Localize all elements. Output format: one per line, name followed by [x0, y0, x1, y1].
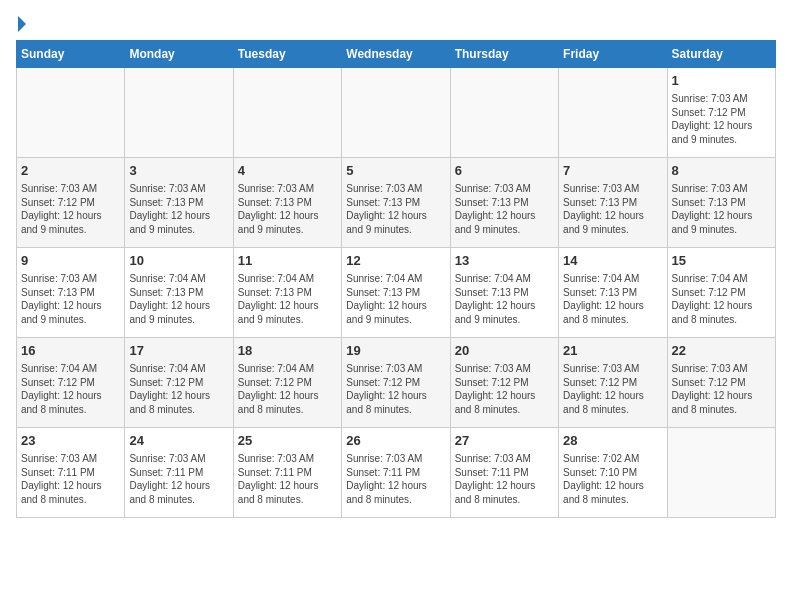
- calendar-cell: 15Sunrise: 7:04 AM Sunset: 7:12 PM Dayli…: [667, 248, 775, 338]
- day-number: 4: [238, 162, 337, 180]
- calendar-cell: 25Sunrise: 7:03 AM Sunset: 7:11 PM Dayli…: [233, 428, 341, 518]
- calendar-cell: 26Sunrise: 7:03 AM Sunset: 7:11 PM Dayli…: [342, 428, 450, 518]
- day-number: 11: [238, 252, 337, 270]
- day-number: 26: [346, 432, 445, 450]
- day-info: Sunrise: 7:03 AM Sunset: 7:12 PM Dayligh…: [346, 362, 445, 416]
- calendar-cell: 3Sunrise: 7:03 AM Sunset: 7:13 PM Daylig…: [125, 158, 233, 248]
- calendar-week-row: 2Sunrise: 7:03 AM Sunset: 7:12 PM Daylig…: [17, 158, 776, 248]
- day-info: Sunrise: 7:03 AM Sunset: 7:12 PM Dayligh…: [21, 182, 120, 236]
- calendar-cell: 20Sunrise: 7:03 AM Sunset: 7:12 PM Dayli…: [450, 338, 558, 428]
- calendar-cell: 23Sunrise: 7:03 AM Sunset: 7:11 PM Dayli…: [17, 428, 125, 518]
- day-number: 12: [346, 252, 445, 270]
- day-number: 22: [672, 342, 771, 360]
- day-number: 14: [563, 252, 662, 270]
- day-number: 3: [129, 162, 228, 180]
- day-info: Sunrise: 7:03 AM Sunset: 7:13 PM Dayligh…: [238, 182, 337, 236]
- day-number: 17: [129, 342, 228, 360]
- header-sunday: Sunday: [17, 41, 125, 68]
- calendar-cell: 27Sunrise: 7:03 AM Sunset: 7:11 PM Dayli…: [450, 428, 558, 518]
- day-info: Sunrise: 7:03 AM Sunset: 7:13 PM Dayligh…: [21, 272, 120, 326]
- header-tuesday: Tuesday: [233, 41, 341, 68]
- day-info: Sunrise: 7:03 AM Sunset: 7:13 PM Dayligh…: [346, 182, 445, 236]
- day-info: Sunrise: 7:04 AM Sunset: 7:13 PM Dayligh…: [563, 272, 662, 326]
- calendar-cell: [342, 68, 450, 158]
- day-number: 9: [21, 252, 120, 270]
- calendar-week-row: 1Sunrise: 7:03 AM Sunset: 7:12 PM Daylig…: [17, 68, 776, 158]
- calendar-cell: 11Sunrise: 7:04 AM Sunset: 7:13 PM Dayli…: [233, 248, 341, 338]
- calendar-cell: 6Sunrise: 7:03 AM Sunset: 7:13 PM Daylig…: [450, 158, 558, 248]
- day-info: Sunrise: 7:02 AM Sunset: 7:10 PM Dayligh…: [563, 452, 662, 506]
- calendar-cell: [667, 428, 775, 518]
- logo-arrow-icon: [18, 16, 26, 32]
- day-number: 1: [672, 72, 771, 90]
- day-info: Sunrise: 7:03 AM Sunset: 7:11 PM Dayligh…: [455, 452, 554, 506]
- day-info: Sunrise: 7:04 AM Sunset: 7:13 PM Dayligh…: [346, 272, 445, 326]
- calendar-week-row: 16Sunrise: 7:04 AM Sunset: 7:12 PM Dayli…: [17, 338, 776, 428]
- calendar-cell: [233, 68, 341, 158]
- calendar-cell: [559, 68, 667, 158]
- day-number: 5: [346, 162, 445, 180]
- day-info: Sunrise: 7:04 AM Sunset: 7:12 PM Dayligh…: [672, 272, 771, 326]
- calendar-cell: 19Sunrise: 7:03 AM Sunset: 7:12 PM Dayli…: [342, 338, 450, 428]
- calendar-cell: 18Sunrise: 7:04 AM Sunset: 7:12 PM Dayli…: [233, 338, 341, 428]
- calendar-cell: [450, 68, 558, 158]
- day-number: 16: [21, 342, 120, 360]
- day-info: Sunrise: 7:03 AM Sunset: 7:11 PM Dayligh…: [21, 452, 120, 506]
- day-number: 20: [455, 342, 554, 360]
- day-info: Sunrise: 7:03 AM Sunset: 7:13 PM Dayligh…: [455, 182, 554, 236]
- day-info: Sunrise: 7:03 AM Sunset: 7:11 PM Dayligh…: [129, 452, 228, 506]
- day-number: 19: [346, 342, 445, 360]
- calendar-cell: 22Sunrise: 7:03 AM Sunset: 7:12 PM Dayli…: [667, 338, 775, 428]
- calendar-cell: [17, 68, 125, 158]
- calendar-cell: 21Sunrise: 7:03 AM Sunset: 7:12 PM Dayli…: [559, 338, 667, 428]
- calendar-cell: 10Sunrise: 7:04 AM Sunset: 7:13 PM Dayli…: [125, 248, 233, 338]
- header-friday: Friday: [559, 41, 667, 68]
- day-info: Sunrise: 7:03 AM Sunset: 7:11 PM Dayligh…: [238, 452, 337, 506]
- day-info: Sunrise: 7:03 AM Sunset: 7:13 PM Dayligh…: [129, 182, 228, 236]
- calendar-cell: 1Sunrise: 7:03 AM Sunset: 7:12 PM Daylig…: [667, 68, 775, 158]
- day-number: 10: [129, 252, 228, 270]
- header-monday: Monday: [125, 41, 233, 68]
- calendar-cell: 17Sunrise: 7:04 AM Sunset: 7:12 PM Dayli…: [125, 338, 233, 428]
- day-number: 8: [672, 162, 771, 180]
- logo: [16, 16, 26, 32]
- header-thursday: Thursday: [450, 41, 558, 68]
- day-number: 2: [21, 162, 120, 180]
- calendar-cell: 9Sunrise: 7:03 AM Sunset: 7:13 PM Daylig…: [17, 248, 125, 338]
- day-info: Sunrise: 7:03 AM Sunset: 7:13 PM Dayligh…: [563, 182, 662, 236]
- day-info: Sunrise: 7:04 AM Sunset: 7:12 PM Dayligh…: [238, 362, 337, 416]
- calendar-cell: 4Sunrise: 7:03 AM Sunset: 7:13 PM Daylig…: [233, 158, 341, 248]
- day-number: 21: [563, 342, 662, 360]
- calendar-cell: 14Sunrise: 7:04 AM Sunset: 7:13 PM Dayli…: [559, 248, 667, 338]
- calendar-cell: 7Sunrise: 7:03 AM Sunset: 7:13 PM Daylig…: [559, 158, 667, 248]
- day-info: Sunrise: 7:03 AM Sunset: 7:12 PM Dayligh…: [455, 362, 554, 416]
- calendar-cell: 28Sunrise: 7:02 AM Sunset: 7:10 PM Dayli…: [559, 428, 667, 518]
- day-number: 24: [129, 432, 228, 450]
- calendar-cell: 8Sunrise: 7:03 AM Sunset: 7:13 PM Daylig…: [667, 158, 775, 248]
- day-info: Sunrise: 7:04 AM Sunset: 7:13 PM Dayligh…: [455, 272, 554, 326]
- day-number: 7: [563, 162, 662, 180]
- calendar-cell: 13Sunrise: 7:04 AM Sunset: 7:13 PM Dayli…: [450, 248, 558, 338]
- day-info: Sunrise: 7:04 AM Sunset: 7:12 PM Dayligh…: [129, 362, 228, 416]
- calendar-cell: 12Sunrise: 7:04 AM Sunset: 7:13 PM Dayli…: [342, 248, 450, 338]
- calendar-cell: 2Sunrise: 7:03 AM Sunset: 7:12 PM Daylig…: [17, 158, 125, 248]
- day-info: Sunrise: 7:03 AM Sunset: 7:13 PM Dayligh…: [672, 182, 771, 236]
- day-number: 27: [455, 432, 554, 450]
- calendar-table: SundayMondayTuesdayWednesdayThursdayFrid…: [16, 40, 776, 518]
- day-info: Sunrise: 7:03 AM Sunset: 7:12 PM Dayligh…: [563, 362, 662, 416]
- day-number: 6: [455, 162, 554, 180]
- page-header: [16, 16, 776, 32]
- day-number: 13: [455, 252, 554, 270]
- day-info: Sunrise: 7:03 AM Sunset: 7:12 PM Dayligh…: [672, 362, 771, 416]
- calendar-cell: 24Sunrise: 7:03 AM Sunset: 7:11 PM Dayli…: [125, 428, 233, 518]
- day-number: 15: [672, 252, 771, 270]
- day-info: Sunrise: 7:04 AM Sunset: 7:12 PM Dayligh…: [21, 362, 120, 416]
- day-number: 28: [563, 432, 662, 450]
- day-number: 23: [21, 432, 120, 450]
- day-info: Sunrise: 7:04 AM Sunset: 7:13 PM Dayligh…: [238, 272, 337, 326]
- calendar-cell: [125, 68, 233, 158]
- calendar-header-row: SundayMondayTuesdayWednesdayThursdayFrid…: [17, 41, 776, 68]
- day-info: Sunrise: 7:04 AM Sunset: 7:13 PM Dayligh…: [129, 272, 228, 326]
- day-info: Sunrise: 7:03 AM Sunset: 7:12 PM Dayligh…: [672, 92, 771, 146]
- day-number: 25: [238, 432, 337, 450]
